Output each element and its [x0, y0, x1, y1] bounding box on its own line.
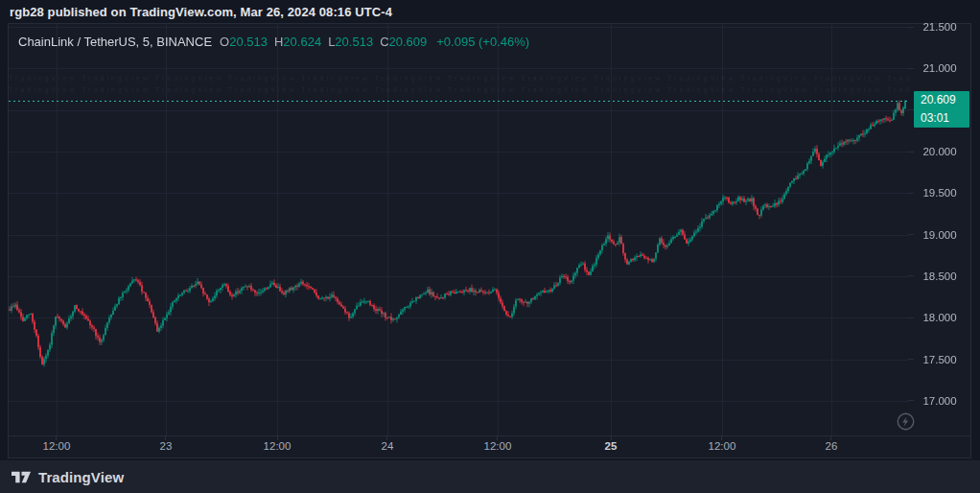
symbol-title[interactable]: ChainLink / TetherUS, 5, BINANCE — [18, 35, 212, 49]
price-label: 17.000 — [909, 395, 970, 407]
tradingview-published-chart: rgb28 published on TradingView.com, Mar … — [0, 0, 980, 493]
ohlc-item: H20.624 — [274, 35, 321, 49]
price-label: 21.500 — [909, 21, 970, 33]
tradingview-logo-icon[interactable] — [12, 470, 32, 484]
watermark-band: TradingView TradingView TradingView Trad… — [9, 85, 909, 95]
price-label: 19.500 — [909, 187, 970, 199]
plot-area: TradingView TradingView TradingView Trad… — [9, 24, 909, 435]
watermark-band: TradingView TradingView TradingView Trad… — [9, 74, 909, 83]
publish-caption: rgb28 published on TradingView.com, Mar … — [10, 5, 392, 19]
ohlc-item: O20.513 — [220, 35, 268, 49]
badge-price: 20.609 — [921, 91, 969, 109]
chart-panel: TradingView TradingView TradingView Trad… — [8, 23, 971, 458]
ohlc-item: L20.513 — [328, 35, 373, 49]
symbol-legend: ChainLink / TetherUS, 5, BINANCE O20.513… — [18, 35, 529, 49]
ohlc-item: C20.609 — [380, 35, 427, 49]
time-label: 25 — [605, 440, 618, 452]
time-label: 12:00 — [709, 440, 736, 452]
time-label: 24 — [382, 440, 394, 452]
price-label: 18.500 — [909, 270, 970, 282]
badge-countdown: 03:01 — [921, 109, 969, 128]
price-label: 20.000 — [909, 146, 970, 157]
ohlc-values: O20.513H20.624L20.513C20.609 — [220, 35, 427, 49]
last-price-dotted-line — [9, 101, 909, 102]
tradingview-brand[interactable]: TradingView — [38, 469, 124, 485]
price-label: 21.000 — [909, 62, 970, 74]
time-axis[interactable]: 12:002312:002412:002512:0026 — [9, 435, 970, 458]
footer-bar: TradingView — [0, 460, 980, 493]
price-label: 17.500 — [909, 354, 970, 365]
time-label: 12:00 — [43, 440, 71, 452]
price-label: 18.000 — [909, 312, 970, 323]
price-label: 19.000 — [909, 229, 970, 241]
flash-icon[interactable] — [896, 411, 916, 432]
time-label: 23 — [160, 440, 173, 452]
time-label: 26 — [826, 440, 838, 452]
time-label: 12:00 — [484, 440, 512, 452]
change-value: +0.095 (+0.46%) — [436, 35, 529, 49]
time-label: 12:00 — [264, 440, 292, 452]
last-price-badge: 20.609 03:01 — [914, 91, 969, 128]
price-axis[interactable]: 21.50021.00020.50020.00019.50019.00018.5… — [909, 24, 970, 435]
